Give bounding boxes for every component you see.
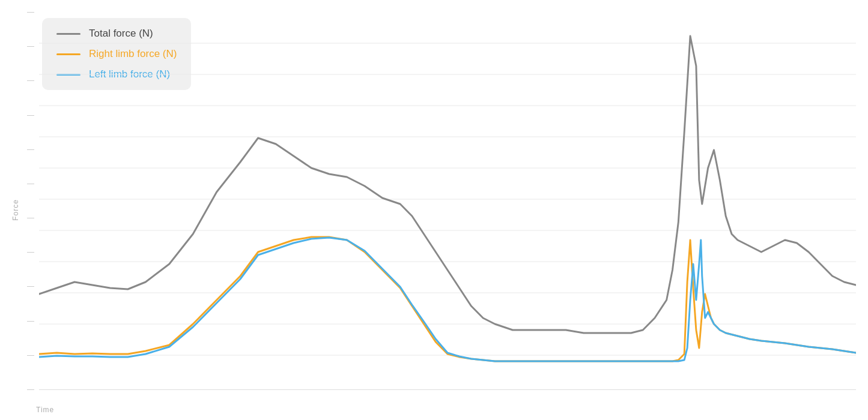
chart-svg [39,12,856,390]
y-tick [27,184,34,184]
right-limb-force-line [39,237,856,361]
y-tick [27,46,34,47]
y-tick [27,80,34,81]
x-axis-label: Time [36,406,54,414]
chart-area [27,12,856,390]
y-tick [27,252,34,253]
y-tick [27,115,34,116]
y-tick [27,355,34,356]
total-force-line [39,36,856,333]
y-tick [27,321,34,322]
y-tick [27,12,34,13]
y-axis-ticks [27,12,39,390]
left-limb-force-line [39,238,856,361]
y-tick [27,149,34,150]
y-axis-label: Force [11,199,20,221]
y-tick [27,286,34,287]
y-tick [27,218,34,218]
grid-lines [39,43,856,355]
y-tick [27,389,34,390]
chart-container: Force Time Total force (N) Right limb fo… [0,0,868,420]
